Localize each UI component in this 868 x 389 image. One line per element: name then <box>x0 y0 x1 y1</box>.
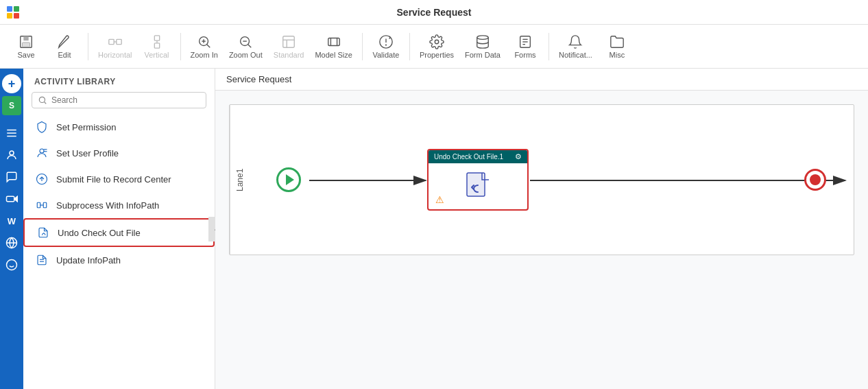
svg-rect-2 <box>23 42 30 46</box>
edit-label: Edit <box>58 51 71 59</box>
face-icon-btn[interactable] <box>2 255 21 274</box>
separator-1 <box>88 33 88 60</box>
list-icon-btn[interactable] <box>2 123 21 143</box>
svg-rect-1 <box>23 36 28 40</box>
svg-point-42 <box>40 149 44 153</box>
activity-node-undo-checkout[interactable]: Undo Check Out File.1 ⚙ ⚠ <box>427 149 529 211</box>
node-settings-icon[interactable]: ⚙ <box>515 152 522 161</box>
vertical-label: Vertical <box>144 51 169 59</box>
properties-button[interactable]: Properties <box>415 29 458 64</box>
model-size-label: Model Size <box>315 51 352 59</box>
zoom-in-label: Zoom In <box>191 51 218 59</box>
app-grid[interactable] <box>7 6 19 19</box>
list-item-update-infopath[interactable]: Update InfoPath <box>23 247 215 273</box>
video-icon-btn[interactable] <box>2 189 21 209</box>
svg-line-41 <box>44 102 46 104</box>
zoom-out-label: Zoom Out <box>229 51 263 59</box>
search-box[interactable] <box>32 92 206 108</box>
canvas-area: Service Request Lane1 <box>215 69 868 389</box>
subprocess-icon <box>34 198 49 213</box>
standard-button[interactable]: Standard <box>269 29 309 64</box>
svg-line-12 <box>206 44 210 47</box>
vertical-button[interactable]: Vertical <box>139 29 175 64</box>
flow-arrows <box>249 105 854 255</box>
submit-file-icon <box>34 172 49 187</box>
item-label: Undo Check Out File <box>58 228 141 238</box>
search-input[interactable] <box>51 95 200 105</box>
svg-line-15 <box>248 44 252 47</box>
start-inner <box>286 174 294 185</box>
forms-label: Forms <box>514 51 535 59</box>
horizontal-label: Horizontal <box>98 51 132 59</box>
list-item-undo-checkout[interactable]: Undo Check Out File <box>23 218 215 247</box>
node-body: ⚠ <box>429 163 527 209</box>
notifications-button[interactable]: Notificat... <box>555 29 596 64</box>
form-data-label: Form Data <box>465 51 501 59</box>
activity-panel-wrapper: ACTIVITY LIBRARY Set Permission <box>23 69 215 389</box>
separator-3 <box>362 33 363 60</box>
edit-button[interactable]: Edit <box>47 29 82 64</box>
lane-content: Undo Check Out File.1 ⚙ ⚠ <box>249 105 854 255</box>
add-icon-btn[interactable]: + <box>2 74 21 93</box>
flow-start-event[interactable] <box>276 167 301 192</box>
canvas-content[interactable]: Lane1 <box>215 91 868 389</box>
model-size-button[interactable]: Model Size <box>311 29 356 64</box>
standard-label: Standard <box>274 51 304 59</box>
svg-point-37 <box>7 260 17 270</box>
svg-rect-33 <box>7 196 14 202</box>
list-item-submit-file[interactable]: Submit File to Record Center <box>23 166 215 192</box>
list-item-set-permission[interactable]: Set Permission <box>23 114 215 140</box>
activity-library-title: ACTIVITY LIBRARY <box>34 77 116 86</box>
save-label: Save <box>17 51 34 59</box>
globe-icon-btn[interactable] <box>2 233 21 252</box>
svg-point-32 <box>10 151 14 155</box>
zoom-in-button[interactable]: Zoom In <box>186 29 222 64</box>
lane-container: Lane1 <box>229 104 854 255</box>
forms-button[interactable]: Forms <box>507 29 543 64</box>
separator-4 <box>409 33 410 60</box>
list-item-set-user-profile[interactable]: Set User Profile <box>23 140 215 166</box>
validate-label: Validate <box>372 51 399 59</box>
zoom-out-button[interactable]: Zoom Out <box>225 29 267 64</box>
svg-rect-7 <box>154 43 159 47</box>
lane-label: Lane1 <box>230 105 249 255</box>
user-profile-icon <box>34 145 49 161</box>
svg-point-40 <box>39 97 45 102</box>
person-icon-btn[interactable] <box>2 145 21 165</box>
activity-library-header: ACTIVITY LIBRARY <box>23 69 215 92</box>
validate-button[interactable]: Validate <box>368 29 404 64</box>
svg-rect-47 <box>43 202 47 208</box>
save-button[interactable]: Save <box>8 29 44 64</box>
svg-point-22 <box>385 45 386 45</box>
properties-label: Properties <box>420 51 454 59</box>
update-icon <box>34 252 49 268</box>
node-undo-file-icon <box>461 170 494 203</box>
svg-rect-19 <box>328 38 339 45</box>
sharepoint-icon-btn[interactable]: S <box>2 96 21 115</box>
canvas-breadcrumb: Service Request <box>215 69 868 91</box>
item-label: Set User Profile <box>56 148 119 158</box>
notifications-label: Notificat... <box>559 51 592 59</box>
chat-icon-btn[interactable] <box>2 167 21 187</box>
misc-label: Misc <box>610 51 625 59</box>
flow-end-event[interactable] <box>804 169 826 191</box>
search-icon <box>38 95 47 105</box>
horizontal-button[interactable]: Horizontal <box>94 29 136 64</box>
item-label: Update InfoPath <box>56 255 121 266</box>
main-layout: + S W ACTIVITY LIBRARY <box>0 69 868 389</box>
svg-point-23 <box>435 40 439 44</box>
svg-rect-4 <box>117 39 121 44</box>
svg-point-24 <box>477 35 489 39</box>
activity-panel: ACTIVITY LIBRARY Set Permission <box>23 69 215 389</box>
separator-5 <box>548 33 549 60</box>
wordpress-icon-btn[interactable]: W <box>2 211 21 231</box>
misc-button[interactable]: Misc <box>599 29 635 64</box>
list-item-subprocess[interactable]: Subprocess With InfoPath <box>23 192 215 218</box>
item-label: Set Permission <box>56 122 116 132</box>
svg-rect-3 <box>109 39 114 44</box>
node-title: Undo Check Out File.1 <box>434 153 503 161</box>
top-bar: Service Request <box>0 0 868 25</box>
end-inner <box>810 174 821 185</box>
item-label: Subprocess With InfoPath <box>56 200 159 211</box>
form-data-button[interactable]: Form Data <box>461 29 505 64</box>
